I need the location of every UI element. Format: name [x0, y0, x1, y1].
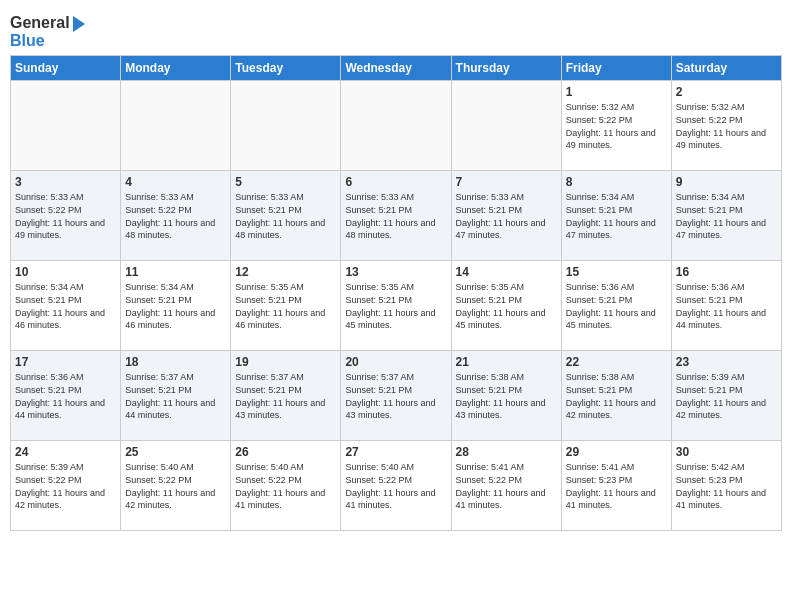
week-row-3: 10Sunrise: 5:34 AM Sunset: 5:21 PM Dayli… — [11, 261, 782, 351]
calendar-cell: 7Sunrise: 5:33 AM Sunset: 5:21 PM Daylig… — [451, 171, 561, 261]
day-number: 20 — [345, 355, 446, 369]
day-info: Sunrise: 5:33 AM Sunset: 5:21 PM Dayligh… — [456, 191, 557, 241]
day-number: 29 — [566, 445, 667, 459]
calendar-cell: 26Sunrise: 5:40 AM Sunset: 5:22 PM Dayli… — [231, 441, 341, 531]
day-number: 10 — [15, 265, 116, 279]
day-number: 3 — [15, 175, 116, 189]
week-row-4: 17Sunrise: 5:36 AM Sunset: 5:21 PM Dayli… — [11, 351, 782, 441]
calendar-cell: 12Sunrise: 5:35 AM Sunset: 5:21 PM Dayli… — [231, 261, 341, 351]
calendar-cell: 19Sunrise: 5:37 AM Sunset: 5:21 PM Dayli… — [231, 351, 341, 441]
day-info: Sunrise: 5:36 AM Sunset: 5:21 PM Dayligh… — [566, 281, 667, 331]
calendar-cell: 25Sunrise: 5:40 AM Sunset: 5:22 PM Dayli… — [121, 441, 231, 531]
calendar-cell: 13Sunrise: 5:35 AM Sunset: 5:21 PM Dayli… — [341, 261, 451, 351]
day-number: 11 — [125, 265, 226, 279]
day-number: 26 — [235, 445, 336, 459]
day-number: 28 — [456, 445, 557, 459]
weekday-saturday: Saturday — [671, 56, 781, 81]
calendar-cell: 6Sunrise: 5:33 AM Sunset: 5:21 PM Daylig… — [341, 171, 451, 261]
day-info: Sunrise: 5:34 AM Sunset: 5:21 PM Dayligh… — [676, 191, 777, 241]
day-number: 2 — [676, 85, 777, 99]
day-info: Sunrise: 5:40 AM Sunset: 5:22 PM Dayligh… — [125, 461, 226, 511]
page-header: General Blue — [10, 10, 782, 49]
calendar-cell: 20Sunrise: 5:37 AM Sunset: 5:21 PM Dayli… — [341, 351, 451, 441]
calendar-cell: 18Sunrise: 5:37 AM Sunset: 5:21 PM Dayli… — [121, 351, 231, 441]
day-number: 12 — [235, 265, 336, 279]
calendar-cell: 4Sunrise: 5:33 AM Sunset: 5:22 PM Daylig… — [121, 171, 231, 261]
weekday-sunday: Sunday — [11, 56, 121, 81]
calendar-cell: 24Sunrise: 5:39 AM Sunset: 5:22 PM Dayli… — [11, 441, 121, 531]
day-number: 7 — [456, 175, 557, 189]
calendar-cell: 14Sunrise: 5:35 AM Sunset: 5:21 PM Dayli… — [451, 261, 561, 351]
calendar-cell: 15Sunrise: 5:36 AM Sunset: 5:21 PM Dayli… — [561, 261, 671, 351]
day-number: 16 — [676, 265, 777, 279]
day-number: 27 — [345, 445, 446, 459]
day-info: Sunrise: 5:34 AM Sunset: 5:21 PM Dayligh… — [566, 191, 667, 241]
calendar-cell: 16Sunrise: 5:36 AM Sunset: 5:21 PM Dayli… — [671, 261, 781, 351]
day-number: 15 — [566, 265, 667, 279]
week-row-2: 3Sunrise: 5:33 AM Sunset: 5:22 PM Daylig… — [11, 171, 782, 261]
calendar-cell: 3Sunrise: 5:33 AM Sunset: 5:22 PM Daylig… — [11, 171, 121, 261]
week-row-5: 24Sunrise: 5:39 AM Sunset: 5:22 PM Dayli… — [11, 441, 782, 531]
day-number: 22 — [566, 355, 667, 369]
day-info: Sunrise: 5:38 AM Sunset: 5:21 PM Dayligh… — [456, 371, 557, 421]
calendar-cell: 21Sunrise: 5:38 AM Sunset: 5:21 PM Dayli… — [451, 351, 561, 441]
calendar-cell — [451, 81, 561, 171]
calendar-cell: 11Sunrise: 5:34 AM Sunset: 5:21 PM Dayli… — [121, 261, 231, 351]
day-number: 1 — [566, 85, 667, 99]
day-info: Sunrise: 5:32 AM Sunset: 5:22 PM Dayligh… — [566, 101, 667, 151]
day-info: Sunrise: 5:40 AM Sunset: 5:22 PM Dayligh… — [345, 461, 446, 511]
day-info: Sunrise: 5:36 AM Sunset: 5:21 PM Dayligh… — [676, 281, 777, 331]
day-info: Sunrise: 5:37 AM Sunset: 5:21 PM Dayligh… — [125, 371, 226, 421]
day-number: 6 — [345, 175, 446, 189]
day-number: 4 — [125, 175, 226, 189]
calendar-cell: 30Sunrise: 5:42 AM Sunset: 5:23 PM Dayli… — [671, 441, 781, 531]
calendar-cell: 2Sunrise: 5:32 AM Sunset: 5:22 PM Daylig… — [671, 81, 781, 171]
day-number: 13 — [345, 265, 446, 279]
day-info: Sunrise: 5:32 AM Sunset: 5:22 PM Dayligh… — [676, 101, 777, 151]
day-info: Sunrise: 5:42 AM Sunset: 5:23 PM Dayligh… — [676, 461, 777, 511]
calendar-cell: 28Sunrise: 5:41 AM Sunset: 5:22 PM Dayli… — [451, 441, 561, 531]
calendar-cell: 29Sunrise: 5:41 AM Sunset: 5:23 PM Dayli… — [561, 441, 671, 531]
day-number: 21 — [456, 355, 557, 369]
calendar-cell — [341, 81, 451, 171]
day-number: 24 — [15, 445, 116, 459]
day-number: 17 — [15, 355, 116, 369]
day-number: 23 — [676, 355, 777, 369]
calendar-cell — [121, 81, 231, 171]
day-info: Sunrise: 5:34 AM Sunset: 5:21 PM Dayligh… — [125, 281, 226, 331]
day-info: Sunrise: 5:39 AM Sunset: 5:22 PM Dayligh… — [15, 461, 116, 511]
day-info: Sunrise: 5:38 AM Sunset: 5:21 PM Dayligh… — [566, 371, 667, 421]
calendar-cell: 9Sunrise: 5:34 AM Sunset: 5:21 PM Daylig… — [671, 171, 781, 261]
weekday-friday: Friday — [561, 56, 671, 81]
day-info: Sunrise: 5:35 AM Sunset: 5:21 PM Dayligh… — [235, 281, 336, 331]
calendar-cell: 22Sunrise: 5:38 AM Sunset: 5:21 PM Dayli… — [561, 351, 671, 441]
day-info: Sunrise: 5:36 AM Sunset: 5:21 PM Dayligh… — [15, 371, 116, 421]
day-info: Sunrise: 5:40 AM Sunset: 5:22 PM Dayligh… — [235, 461, 336, 511]
day-number: 25 — [125, 445, 226, 459]
calendar-cell: 27Sunrise: 5:40 AM Sunset: 5:22 PM Dayli… — [341, 441, 451, 531]
day-info: Sunrise: 5:33 AM Sunset: 5:22 PM Dayligh… — [125, 191, 226, 241]
day-info: Sunrise: 5:33 AM Sunset: 5:21 PM Dayligh… — [345, 191, 446, 241]
day-info: Sunrise: 5:41 AM Sunset: 5:23 PM Dayligh… — [566, 461, 667, 511]
weekday-thursday: Thursday — [451, 56, 561, 81]
day-info: Sunrise: 5:33 AM Sunset: 5:21 PM Dayligh… — [235, 191, 336, 241]
calendar-cell: 8Sunrise: 5:34 AM Sunset: 5:21 PM Daylig… — [561, 171, 671, 261]
day-info: Sunrise: 5:37 AM Sunset: 5:21 PM Dayligh… — [235, 371, 336, 421]
logo: General Blue — [10, 14, 85, 49]
day-info: Sunrise: 5:35 AM Sunset: 5:21 PM Dayligh… — [456, 281, 557, 331]
day-info: Sunrise: 5:37 AM Sunset: 5:21 PM Dayligh… — [345, 371, 446, 421]
calendar-table: SundayMondayTuesdayWednesdayThursdayFrid… — [10, 55, 782, 531]
day-info: Sunrise: 5:33 AM Sunset: 5:22 PM Dayligh… — [15, 191, 116, 241]
calendar-cell — [11, 81, 121, 171]
week-row-1: 1Sunrise: 5:32 AM Sunset: 5:22 PM Daylig… — [11, 81, 782, 171]
weekday-tuesday: Tuesday — [231, 56, 341, 81]
calendar-cell: 5Sunrise: 5:33 AM Sunset: 5:21 PM Daylig… — [231, 171, 341, 261]
calendar-cell: 17Sunrise: 5:36 AM Sunset: 5:21 PM Dayli… — [11, 351, 121, 441]
day-number: 30 — [676, 445, 777, 459]
day-number: 19 — [235, 355, 336, 369]
day-info: Sunrise: 5:41 AM Sunset: 5:22 PM Dayligh… — [456, 461, 557, 511]
weekday-wednesday: Wednesday — [341, 56, 451, 81]
calendar-cell: 1Sunrise: 5:32 AM Sunset: 5:22 PM Daylig… — [561, 81, 671, 171]
day-info: Sunrise: 5:35 AM Sunset: 5:21 PM Dayligh… — [345, 281, 446, 331]
calendar-cell: 23Sunrise: 5:39 AM Sunset: 5:21 PM Dayli… — [671, 351, 781, 441]
